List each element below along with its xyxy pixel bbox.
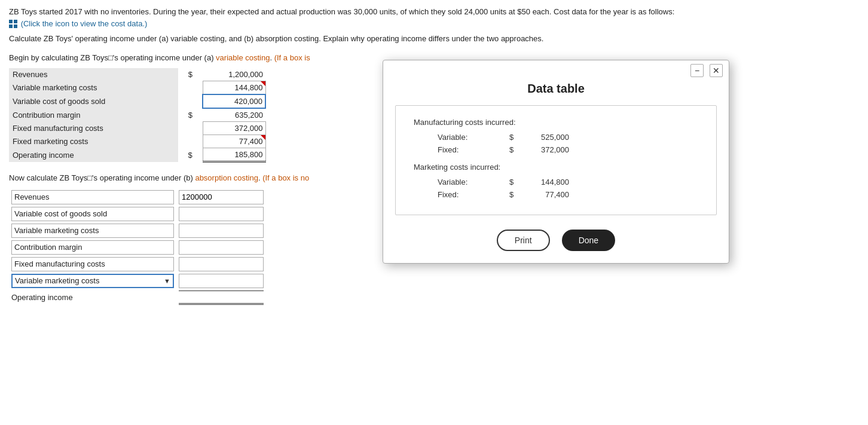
row-label: Fixed manufacturing costs	[9, 122, 178, 135]
row-label: Operating income	[9, 148, 178, 162]
dollar-sign: $	[178, 148, 203, 162]
mfg-variable-label: Variable:	[438, 133, 509, 142]
table-row: Operating income	[9, 289, 266, 306]
row-value: 185,800	[203, 148, 265, 162]
intro-paragraph: ZB Toys started 2017 with no inventories…	[9, 6, 859, 29]
mfg-fixed-label: Fixed:	[438, 145, 509, 154]
table-row: Revenues	[9, 189, 266, 206]
table-row: Variable marketing costs ▼	[9, 273, 266, 289]
mfg-fixed-dollar: $	[509, 145, 521, 154]
row-label: Variable marketing costs	[9, 81, 178, 95]
input-cell[interactable]	[176, 189, 266, 206]
table-row: Variable cost of goods sold	[9, 206, 266, 222]
label-box: Variable marketing costs	[11, 224, 174, 238]
grid-icon	[9, 20, 17, 28]
table-row: Fixed manufacturing costs 372,000	[9, 122, 265, 135]
svg-rect-0	[9, 20, 13, 23]
label-box: Variable cost of goods sold	[11, 207, 174, 221]
click-icon-link[interactable]: (Click the icon to view the cost data.)	[9, 19, 147, 28]
modal-titlebar: − ✕	[383, 60, 729, 77]
marketing-title: Marketing costs incurred:	[414, 163, 698, 172]
input-cell[interactable]	[176, 206, 266, 222]
row-label: Fixed marketing costs	[9, 135, 178, 148]
dollar-sign: $	[178, 108, 203, 122]
mfg-variable-dollar: $	[509, 133, 521, 142]
row-label: Variable marketing costs	[9, 222, 176, 239]
modal-title: Data table	[383, 77, 729, 105]
table-row: Fixed marketing costs 77,400	[9, 135, 265, 148]
mfg-variable-value: 525,000	[521, 133, 569, 142]
table-row: Contribution margin $ 635,200	[9, 108, 265, 122]
minimize-button[interactable]: −	[690, 64, 704, 77]
row-value[interactable]: 420,000	[203, 94, 265, 108]
row-label: Operating income	[9, 289, 176, 306]
dollar-sign	[178, 122, 203, 135]
table-row: Variable marketing costs 144,800	[9, 81, 265, 95]
table-row: Variable marketing costs	[9, 222, 266, 239]
mkt-fixed-label: Fixed:	[438, 190, 509, 199]
row-value: 77,400	[203, 135, 265, 148]
dollar-sign	[178, 81, 203, 95]
calculate-paragraph: Calculate ZB Toys' operating income unde…	[9, 33, 859, 45]
close-button[interactable]: ✕	[710, 64, 723, 77]
label-box: Fixed manufacturing costs	[11, 257, 174, 271]
mfg-variable-row: Variable: $ 525,000	[414, 133, 698, 142]
vcogs-input[interactable]	[179, 207, 264, 221]
contribution-input[interactable]	[179, 240, 264, 255]
manufacturing-title: Manufacturing costs incurred:	[414, 118, 698, 127]
dollar-sign	[178, 94, 203, 108]
table-row: Contribution margin	[9, 239, 266, 256]
mkt-variable-row: Variable: $ 144,800	[414, 178, 698, 186]
row-label: Variable cost of goods sold	[9, 206, 176, 222]
variable-costing-table: Revenues $ 1,200,000 Variable marketing …	[9, 68, 266, 163]
dollar-sign: $	[178, 68, 203, 81]
data-table-modal: − ✕ Data table Manufacturing costs incur…	[383, 60, 729, 264]
table-row: Variable cost of goods sold 420,000	[9, 94, 265, 108]
mkt-fixed-dollar: $	[509, 190, 521, 199]
label-box: Contribution margin	[11, 240, 174, 255]
mkt-variable-value: 144,800	[521, 178, 569, 186]
row-label: Revenues	[9, 68, 178, 81]
mkt-variable-dollar: $	[509, 178, 521, 186]
svg-rect-1	[14, 20, 17, 23]
svg-rect-2	[9, 25, 13, 28]
modal-content-box: Manufacturing costs incurred: Variable: …	[395, 105, 717, 215]
mkt-fixed-value: 77,400	[521, 190, 569, 199]
revenue-input[interactable]	[179, 190, 264, 204]
input-cell[interactable]	[176, 289, 266, 306]
dropdown-arrow-icon: ▼	[164, 277, 170, 285]
input-cell[interactable]	[176, 222, 266, 239]
vmarketing-input[interactable]	[179, 224, 264, 238]
fixedmfg-input[interactable]	[179, 257, 264, 271]
row-label: Variable cost of goods sold	[9, 94, 178, 108]
vmarketing2-input[interactable]	[179, 274, 264, 288]
input-cell[interactable]	[176, 256, 266, 273]
row-value: 635,200	[203, 108, 265, 122]
modal-actions: Print Done	[383, 215, 729, 263]
print-button[interactable]: Print	[497, 230, 550, 251]
operating-income-input[interactable]	[179, 291, 264, 305]
mfg-fixed-value: 372,000	[521, 145, 569, 154]
dropdown-label-box[interactable]: Variable marketing costs ▼	[11, 274, 174, 288]
input-cell[interactable]	[176, 273, 266, 289]
row-value: 372,000	[203, 122, 265, 135]
row-label: Contribution margin	[9, 239, 176, 256]
input-cell[interactable]	[176, 239, 266, 256]
mkt-variable-label: Variable:	[438, 178, 509, 186]
label-box: Revenues	[11, 190, 174, 204]
row-label: Contribution margin	[9, 108, 178, 122]
table-row: Fixed manufacturing costs	[9, 256, 266, 273]
row-value: 144,800	[203, 81, 265, 95]
row-label: Revenues	[9, 189, 176, 206]
done-button[interactable]: Done	[562, 230, 615, 251]
row-label: Variable marketing costs ▼	[9, 273, 176, 289]
table-row: Operating income $ 185,800	[9, 148, 265, 162]
mfg-fixed-row: Fixed: $ 372,000	[414, 145, 698, 154]
mkt-fixed-row: Fixed: $ 77,400	[414, 190, 698, 199]
table-row: Revenues $ 1,200,000	[9, 68, 265, 81]
row-value: 1,200,000	[203, 68, 265, 81]
svg-rect-3	[14, 25, 17, 28]
absorption-costing-table: Revenues Variable cost of goods sold Var	[9, 189, 266, 306]
marketing-section: Marketing costs incurred: Variable: $ 14…	[414, 163, 698, 199]
manufacturing-section: Manufacturing costs incurred: Variable: …	[414, 118, 698, 154]
